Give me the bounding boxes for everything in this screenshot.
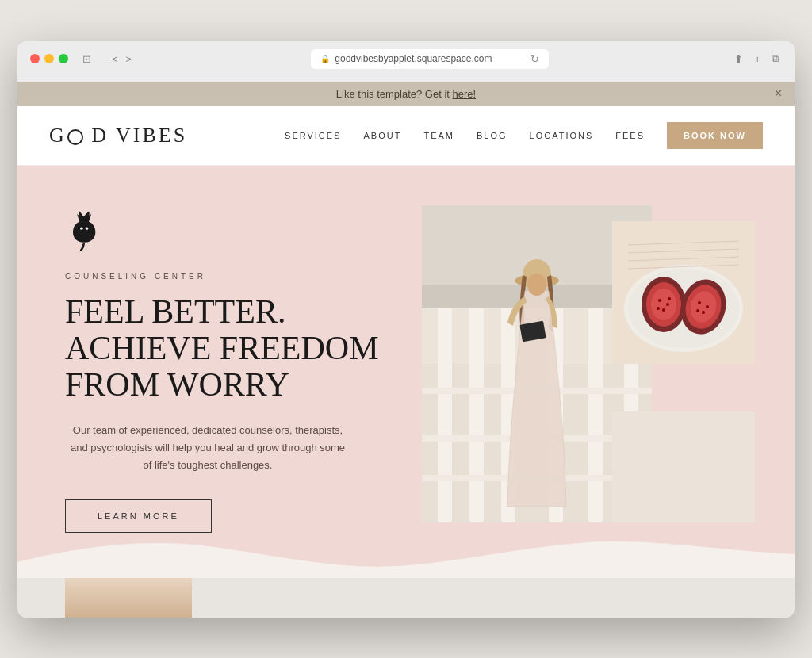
traffic-lights	[30, 54, 68, 63]
website-content: Like this template? Get it here! × G D V…	[17, 82, 795, 618]
maximize-window-button[interactable]	[59, 54, 68, 63]
browser-window: ⊡ < > 🔒 goodvibesbyapplet.squarespace.co…	[17, 41, 795, 618]
announcement-text: Like this template? Get it here!	[336, 88, 476, 100]
window-controls: ⊡	[79, 52, 94, 67]
svg-rect-4	[438, 285, 452, 522]
site-logo[interactable]: G D VIBES	[49, 124, 187, 147]
address-bar: 🔒 goodvibesbyapplet.squarespace.com ↻	[143, 49, 717, 69]
announcement-link[interactable]: here!	[453, 88, 477, 100]
nav-services[interactable]: SERVICES	[285, 131, 341, 140]
nav-fees[interactable]: FEES	[615, 131, 645, 140]
back-button[interactable]: <	[109, 52, 121, 67]
book-now-button[interactable]: BOOK NOW	[667, 122, 763, 149]
svg-point-29	[668, 297, 671, 300]
refresh-icon[interactable]: ↻	[530, 53, 539, 65]
svg-point-25	[658, 299, 661, 302]
url-bar[interactable]: 🔒 goodvibesbyapplet.squarespace.com ↻	[311, 49, 549, 69]
tab-view-button[interactable]: ⊡	[79, 52, 94, 67]
svg-point-18	[527, 274, 546, 296]
url-text: goodvibesbyapplet.squarespace.com	[335, 53, 492, 64]
nav-locations[interactable]: LOCATIONS	[530, 131, 594, 140]
svg-point-28	[657, 307, 660, 310]
duplicate-tab-button[interactable]: ⧉	[768, 51, 782, 67]
browser-controls-bar: ⊡ < > 🔒 goodvibesbyapplet.squarespace.co…	[30, 49, 782, 69]
announcement-close-button[interactable]: ×	[775, 87, 782, 100]
photo-collage	[422, 205, 747, 538]
svg-point-24	[651, 289, 676, 320]
svg-point-0	[80, 227, 82, 229]
share-button[interactable]: ⬆	[731, 52, 746, 67]
photo-figs	[612, 221, 755, 364]
svg-rect-42	[612, 411, 755, 522]
browser-action-buttons: ⬆ + ⧉	[731, 51, 782, 67]
hero-section: COUNSELING CENTER FEEL BETTER. ACHIEVE F…	[17, 166, 795, 578]
close-window-button[interactable]	[30, 54, 40, 63]
bottom-peek-section	[17, 578, 795, 618]
svg-point-33	[698, 301, 701, 304]
nav-about[interactable]: ABOUT	[364, 131, 402, 140]
hero-right-photos	[422, 197, 747, 578]
browser-chrome: ⊡ < > 🔒 goodvibesbyapplet.squarespace.co…	[17, 41, 795, 82]
logo-text: D VIBES	[91, 124, 187, 147]
nav-buttons: < >	[109, 52, 135, 67]
svg-point-34	[706, 305, 709, 308]
announcement-bar: Like this template? Get it here! ×	[17, 82, 795, 106]
svg-rect-8	[588, 285, 603, 522]
lock-icon: 🔒	[320, 55, 330, 63]
tab-bar	[30, 75, 782, 82]
hero-headline: FEEL BETTER. ACHIEVE FREEDOM FROM WORRY	[65, 293, 390, 404]
forward-button[interactable]: >	[123, 52, 136, 67]
minimize-window-button[interactable]	[44, 54, 54, 63]
site-nav: SERVICES ABOUT TEAM BLOG LOCATIONS FEES …	[285, 122, 763, 149]
svg-point-26	[666, 303, 669, 306]
svg-point-1	[86, 227, 88, 229]
hero-wave	[17, 530, 795, 578]
hero-subtext: Our team of experienced, dedicated couns…	[65, 422, 350, 474]
svg-point-35	[702, 311, 705, 314]
svg-point-36	[696, 309, 699, 312]
site-header: G D VIBES SERVICES ABOUT TEAM BLOG LOCAT…	[17, 106, 795, 166]
peek-image	[65, 578, 192, 618]
svg-point-27	[662, 308, 665, 312]
peek-face-bg	[65, 578, 192, 618]
learn-more-button[interactable]: LEARN MORE	[65, 499, 212, 533]
new-tab-button[interactable]: +	[751, 52, 764, 67]
nav-team[interactable]: TEAM	[423, 131, 454, 140]
logo-circle-o1	[67, 129, 83, 145]
photo-tertiary	[612, 411, 755, 522]
hero-left-content: COUNSELING CENTER FEEL BETTER. ACHIEVE F…	[65, 197, 390, 578]
svg-rect-5	[469, 285, 484, 522]
counseling-center-label: COUNSELING CENTER	[65, 272, 390, 281]
nav-blog[interactable]: BLOG	[477, 131, 508, 140]
cat-icon	[65, 205, 390, 256]
